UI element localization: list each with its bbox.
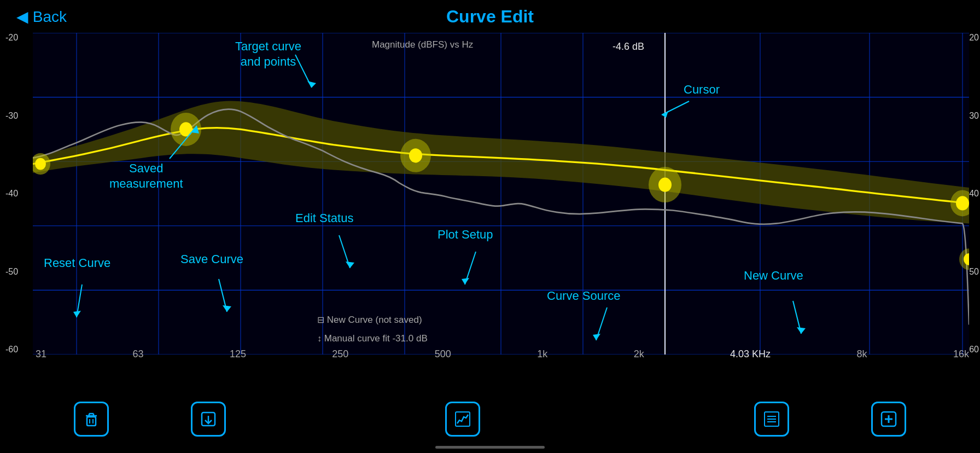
arrow-plot-setup: [459, 252, 503, 295]
svg-marker-48: [223, 305, 231, 312]
freq-31: 31: [36, 349, 46, 360]
legend-line-1: ⊟ New Curve (not saved): [317, 311, 428, 329]
plot-setup-button[interactable]: [445, 402, 480, 437]
legend-icon-1: ⊟: [317, 315, 324, 324]
db-label: -20: [5, 33, 18, 43]
page-title: Curve Edit: [446, 7, 534, 27]
arrow-edit-status: [334, 235, 366, 279]
back-label: ◀ Back: [16, 8, 67, 26]
svg-marker-40: [462, 278, 469, 284]
freq-500: 500: [435, 349, 451, 360]
svg-rect-49: [87, 417, 96, 426]
svg-marker-42: [593, 334, 600, 340]
legend-text-2: Manual curve fit -31.0 dB: [324, 333, 428, 344]
back-button[interactable]: ◀ Back: [16, 8, 67, 26]
chart-svg[interactable]: [33, 33, 969, 355]
plus-icon[interactable]: [871, 402, 906, 437]
freq-63: 63: [132, 349, 143, 360]
db-label: -30: [5, 111, 18, 121]
arrow-saved-measurement: [170, 120, 213, 164]
save-icon[interactable]: [191, 402, 226, 437]
svg-point-20: [35, 158, 46, 170]
svg-marker-44: [797, 327, 806, 334]
curve-source-button[interactable]: [754, 402, 789, 437]
arrow-reset-curve: [71, 284, 104, 328]
legend-line-2: ↕ Manual curve fit -31.0 dB: [317, 329, 428, 348]
svg-point-26: [658, 178, 672, 192]
svg-marker-38: [346, 262, 354, 268]
bottom-controls: [0, 402, 980, 437]
db-label: -50: [5, 267, 18, 277]
trash-icon[interactable]: [74, 402, 109, 437]
arrow-new-curve: [782, 301, 826, 345]
freq-16k: 16k: [953, 349, 969, 360]
chart-icon[interactable]: [445, 402, 480, 437]
svg-marker-36: [662, 111, 668, 118]
new-curve-button[interactable]: [871, 402, 906, 437]
arrow-save-curve: [208, 279, 252, 323]
header: ◀ Back Curve Edit: [0, 0, 980, 33]
freq-2k: 2k: [634, 349, 644, 360]
save-curve-button[interactable]: [191, 402, 226, 437]
svg-point-28: [956, 196, 969, 210]
svg-point-24: [409, 148, 422, 162]
freq-8k: 8k: [857, 349, 867, 360]
scroll-indicator: [435, 446, 545, 449]
list-icon[interactable]: [754, 402, 789, 437]
freq-250: 250: [332, 349, 348, 360]
legend-icon-2: ↕: [317, 334, 322, 343]
y-axis-label: Magnitude (dBFS) vs Hz: [372, 39, 473, 50]
freq-labels: 31 63 125 250 500 1k 2k 4.03 KHz 8k 16k: [36, 349, 969, 360]
arrow-curve-source: [591, 307, 634, 351]
db-labels-left: -20 -30 -40 -50 -60: [5, 33, 18, 355]
db-label: -60: [5, 345, 18, 355]
arrow-cursor: [656, 96, 700, 123]
freq-125: 125: [230, 349, 246, 360]
cursor-value-label: -4.6 dB: [612, 41, 644, 53]
chart-container[interactable]: [33, 33, 969, 355]
arrow-target-curve: [279, 55, 334, 98]
legend-text-1: New Curve (not saved): [327, 315, 422, 325]
svg-marker-46: [73, 311, 81, 317]
reset-curve-button[interactable]: [74, 402, 109, 437]
svg-marker-32: [307, 81, 316, 88]
db-label: -40: [5, 189, 18, 199]
freq-1k: 1k: [537, 349, 547, 360]
status-legend: ⊟ New Curve (not saved) ↕ Manual curve f…: [317, 311, 428, 348]
freq-4k: 4.03 KHz: [730, 349, 771, 360]
